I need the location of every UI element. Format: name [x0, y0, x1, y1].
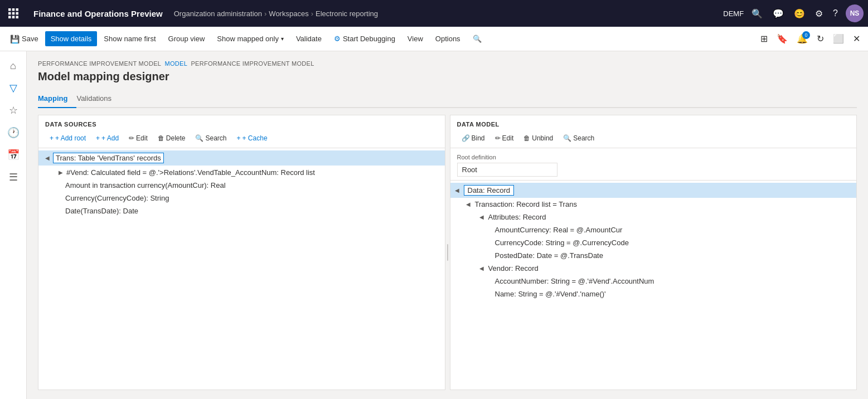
dropdown-arrow-icon: ▾	[281, 36, 284, 42]
topbar: Finance and Operations Preview Organizat…	[0, 0, 868, 27]
delete-button[interactable]: 🗑 Delete	[153, 132, 190, 144]
nav-electronic[interactable]: Electronic reporting	[316, 9, 378, 18]
save-button[interactable]: 💾 Save	[4, 31, 44, 47]
dm-item-amount-currency[interactable]: AmountCurrency: Real = @.AmountCur	[450, 223, 857, 236]
dm-item-data[interactable]: ◀ Data: Record	[450, 183, 857, 198]
dm-item-posted-date[interactable]: PostedDate: Date = @.TransDate	[450, 249, 857, 262]
svg-rect-2	[16, 8, 19, 11]
emoji-icon[interactable]: 😊	[792, 6, 807, 21]
svg-rect-3	[8, 12, 11, 15]
dm-posted-date-label: PostedDate: Date = @.TransDate	[495, 251, 603, 260]
settings-icon[interactable]: ⚙	[813, 6, 825, 21]
bind-button[interactable]: 🔗 Bind	[457, 132, 489, 144]
dm-item-name[interactable]: Name: String = @.'#Vend'.'name()'	[450, 288, 857, 300]
cache-button[interactable]: + + Cache	[232, 132, 272, 144]
grid-icon[interactable]	[4, 4, 22, 22]
close-icon-btn[interactable]: ✕	[850, 30, 864, 47]
dm-item-transaction[interactable]: ◀ Transaction: Record list = Trans	[450, 198, 857, 211]
avatar[interactable]: NS	[846, 4, 864, 22]
search-ds-button[interactable]: 🔍 Search	[191, 132, 231, 144]
refresh-icon-btn[interactable]: ↻	[813, 30, 827, 47]
svg-rect-5	[16, 12, 19, 15]
dm-toggle-data[interactable]: ◀	[455, 187, 464, 193]
breadcrumb-highlight[interactable]: MODEL	[165, 60, 187, 67]
tab-validations[interactable]: Validations	[76, 90, 120, 108]
svg-rect-7	[12, 16, 15, 19]
sidebar-item-list[interactable]: ☰	[3, 167, 23, 187]
data-sources-header: DATA SOURCES + + Add root + + Add ✏ Edit	[38, 115, 445, 148]
tree-item-date[interactable]: Date(TransDate): Date	[38, 205, 445, 217]
dm-item-account-number[interactable]: AccountNumber: String = @.'#Vend'.Accoun…	[450, 275, 857, 288]
dm-vendor-label: Vendor: Record	[488, 264, 539, 273]
breadcrumb-part2: PERFORMANCE IMPROVEMENT MODEL	[191, 60, 314, 67]
add-root-button[interactable]: + + Add root	[45, 132, 90, 144]
tab-mapping[interactable]: Mapping	[38, 90, 76, 108]
cache-icon: +	[237, 134, 241, 142]
options-button[interactable]: Options	[430, 31, 466, 46]
unbind-button[interactable]: 🗑 Unbind	[519, 132, 557, 144]
nav-org[interactable]: Organization administration	[174, 9, 262, 18]
comment-icon[interactable]: 💬	[770, 6, 786, 21]
panel-splitter[interactable]	[445, 115, 450, 390]
tree-item-amount[interactable]: Amount in transaction currency(AmountCur…	[38, 179, 445, 192]
app-title: Finance and Operations Preview	[27, 9, 169, 18]
edit-dm-icon: ✏	[495, 134, 501, 142]
add-icon: +	[96, 134, 100, 142]
vend-label: #Vend: Calculated field = @.'>Relations'…	[66, 168, 315, 177]
sidebar-item-home[interactable]: ⌂	[3, 56, 23, 76]
nav-sep1: ›	[264, 9, 266, 18]
open-external-icon-btn[interactable]: ⬜	[830, 30, 847, 47]
edit-datasource-button[interactable]: ✏ Edit	[124, 132, 152, 144]
show-name-first-button[interactable]: Show name first	[98, 31, 161, 46]
sidebar-item-star[interactable]: ☆	[3, 100, 23, 120]
dm-item-vendor[interactable]: ◀ Vendor: Record	[450, 262, 857, 275]
split-pane: DATA SOURCES + + Add root + + Add ✏ Edit	[38, 115, 857, 390]
breadcrumb-nav: Organization administration › Workspaces…	[174, 9, 719, 18]
grid-icon-btn[interactable]: ⊞	[757, 30, 771, 47]
trans-label: Trans: Table 'VendTrans' records	[53, 153, 164, 163]
validate-button[interactable]: Validate	[290, 31, 327, 46]
dm-item-currency-code[interactable]: CurrencyCode: String = @.CurrencyCode	[450, 236, 857, 249]
add-button[interactable]: + + Add	[91, 132, 123, 144]
search-cmdbar-button[interactable]: 🔍	[467, 31, 487, 46]
dm-transaction-label: Transaction: Record list = Trans	[475, 200, 577, 208]
group-view-button[interactable]: Group view	[163, 31, 211, 46]
main-layout: ⌂ ▽ ☆ 🕐 📅 ☰ PERFORMANCE IMPROVEMENT MODE…	[0, 51, 868, 399]
show-details-button[interactable]: Show details	[45, 31, 98, 46]
edit-dm-button[interactable]: ✏ Edit	[491, 132, 518, 144]
tree-item-vend[interactable]: ▶ #Vend: Calculated field = @.'>Relation…	[38, 166, 445, 179]
nav-workspaces[interactable]: Workspaces	[269, 9, 308, 18]
dm-item-attributes[interactable]: ◀ Attributes: Record	[450, 211, 857, 223]
dm-currency-code-label: CurrencyCode: String = @.CurrencyCode	[495, 239, 629, 247]
dm-toggle-vendor[interactable]: ◀	[479, 265, 488, 271]
dm-toggle-attributes[interactable]: ◀	[479, 214, 488, 220]
command-bar: 💾 Save Show details Show name first Grou…	[0, 27, 868, 51]
sidebar-item-clock[interactable]: 🕐	[3, 123, 23, 143]
dm-attributes-label: Attributes: Record	[488, 213, 546, 221]
nav-sep2: ›	[311, 9, 313, 18]
tabs: Mapping Validations	[38, 90, 857, 108]
view-button[interactable]: View	[402, 31, 429, 46]
bookmark-icon-btn[interactable]: 🔖	[773, 30, 791, 47]
start-debugging-button[interactable]: ⚙ Start Debugging	[328, 31, 401, 46]
svg-rect-8	[16, 16, 19, 19]
svg-rect-6	[8, 16, 11, 19]
notification-badge: 0	[802, 31, 810, 39]
search-ds-icon: 🔍	[195, 134, 203, 142]
tree-toggle-trans[interactable]: ◀	[43, 154, 52, 163]
sidebar-item-calendar[interactable]: 📅	[3, 145, 23, 165]
bell-icon-btn[interactable]: 🔔0	[793, 30, 811, 47]
delete-icon: 🗑	[158, 134, 164, 142]
tree-toggle-vend[interactable]: ▶	[56, 168, 65, 177]
dm-toggle-transaction[interactable]: ◀	[466, 201, 475, 207]
search-icon[interactable]: 🔍	[749, 6, 765, 21]
tree-item-trans[interactable]: ◀ Trans: Table 'VendTrans' records	[38, 150, 445, 166]
page-title: Model mapping designer	[38, 70, 857, 83]
search-dm-button[interactable]: 🔍 Search	[559, 132, 599, 144]
add-root-icon: +	[50, 134, 54, 142]
help-icon[interactable]: ?	[831, 6, 840, 21]
sidebar-item-filter[interactable]: ▽	[3, 78, 23, 98]
bind-icon: 🔗	[462, 134, 470, 142]
tree-item-currency[interactable]: Currency(CurrencyCode): String	[38, 192, 445, 205]
show-mapped-only-button[interactable]: Show mapped only ▾	[211, 31, 289, 46]
